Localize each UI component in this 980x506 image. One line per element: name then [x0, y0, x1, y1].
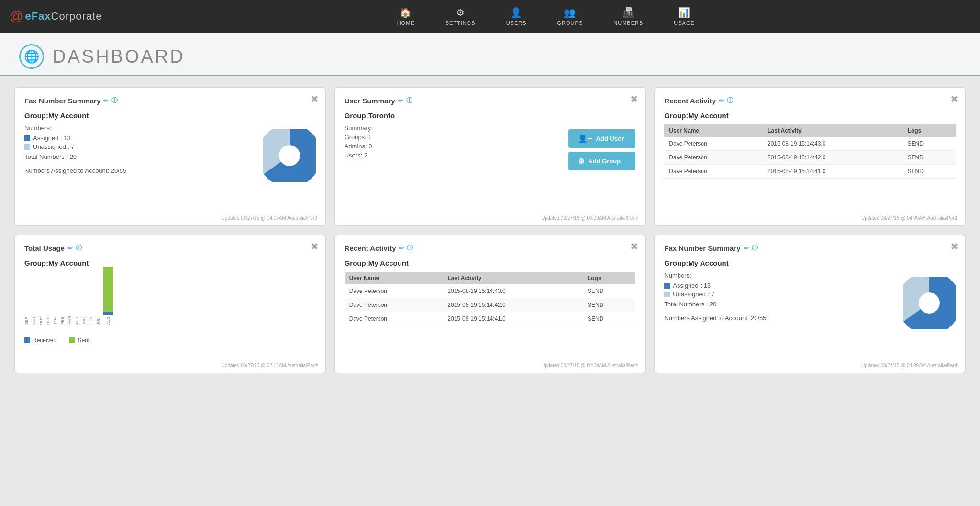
bar-group: MAR [67, 266, 72, 325]
bar-month-label: AUG [106, 316, 111, 325]
close-button-2[interactable]: ✖ [630, 93, 638, 105]
edit-icon-2[interactable]: ✏ [398, 97, 403, 104]
user-info: Summary: Groups: 1 Admins: 0 Users: 2 [345, 124, 559, 161]
nav-usage[interactable]: 📊 USAGE [658, 3, 710, 30]
table-row: Dave Peterson2015-08-19 15:14:42.0SEND [345, 298, 636, 312]
fax-summary-1-title: Fax Number Summary ✏ ⓘ [24, 96, 316, 105]
nav-users[interactable]: 👤 USERS [491, 3, 542, 30]
activity-cell: 2015-08-19 15:14:42.0 [443, 298, 583, 312]
info-icon-6[interactable]: ⓘ [752, 244, 758, 252]
col-user-2: User Name [345, 272, 443, 284]
activity-cell: 2015-08-19 15:14:42.0 [763, 151, 903, 165]
info-icon-1[interactable]: ⓘ [111, 96, 118, 105]
info-icon-2[interactable]: ⓘ [406, 96, 412, 105]
unassigned-legend-2: Unassigned : 7 [664, 291, 898, 298]
activity-cell: 2015-08-19 15:14:41.0 [763, 165, 903, 179]
user-cell: Dave Peterson [664, 165, 763, 179]
nav-home-label: HOME [397, 20, 415, 26]
usage-icon: 📊 [678, 7, 690, 18]
dashboard-grid: Fax Number Summary ✏ ⓘ ✖ Group:My Accoun… [0, 76, 980, 385]
received-legend: Received: [24, 337, 58, 344]
sent-bar [103, 267, 113, 312]
close-button-6[interactable]: ✖ [950, 241, 958, 252]
logs-cell: SEND [903, 151, 956, 165]
fax-summary-2-title: Fax Number Summary ✏ ⓘ [664, 244, 956, 252]
info-icon-5[interactable]: ⓘ [407, 244, 413, 252]
pie-chart-2 [903, 277, 956, 329]
col-activity-2: Last Activity [443, 272, 583, 284]
recent-activity-1-title: Recent Activity ✏ ⓘ [664, 96, 956, 105]
user-summary-updated: Updated:08/27/15 @ 04:09AM Australia/Per… [541, 215, 638, 221]
bar-month-label: NOV [39, 316, 43, 325]
nav-settings-label: SETTINGS [445, 20, 476, 26]
edit-icon-3[interactable]: ✏ [719, 97, 724, 104]
recent-activity-2-table-container[interactable]: User Name Last Activity Logs Dave Peters… [345, 272, 636, 326]
info-icon-4[interactable]: ⓘ [76, 244, 82, 252]
close-button-4[interactable]: ✖ [311, 241, 319, 252]
nav-numbers[interactable]: 📠 NUMBERS [598, 3, 658, 30]
table-row: Dave Peterson2015-08-19 15:14:43.0SEND [345, 284, 636, 298]
groups-info: Groups: 1 [345, 134, 559, 141]
bar-group: JAN [53, 268, 57, 325]
fax-summary-1-content: Numbers: Assigned : 13 Unassigned : 7 To… [24, 124, 316, 182]
nav-groups[interactable]: 👥 GROUPS [542, 3, 599, 30]
recent-activity-2-group: Group:My Account [345, 259, 636, 267]
assigned-dot-1 [24, 135, 30, 141]
nav-settings[interactable]: ⚙ SETTINGS [430, 3, 491, 30]
recent-activity-card-2: Recent Activity ✏ ⓘ ✖ Group:My Account U… [334, 235, 646, 373]
fax-summary-2-content: Numbers: Assigned : 13 Unassigned : 7 To… [664, 272, 956, 329]
total-numbers-1: Total Numbers : 20 [24, 153, 258, 160]
close-button-5[interactable]: ✖ [630, 241, 638, 252]
edit-icon-1[interactable]: ✏ [103, 97, 109, 104]
fax-numbers-label-2: Numbers: [664, 272, 898, 279]
col-logs-1: Logs [903, 124, 956, 137]
nav-users-label: USERS [506, 20, 527, 26]
close-button-1[interactable]: ✖ [311, 93, 319, 105]
add-group-button[interactable]: ⊕ Add Group [568, 152, 635, 170]
user-summary-title: User Summary ✏ ⓘ [345, 96, 636, 105]
total-usage-card: Total Usage ✏ ⓘ ✖ Group:My Account SEPOC… [14, 235, 326, 373]
dashboard-globe-icon: 🌐 [19, 44, 44, 69]
logo-text: eFaxCorporate [25, 10, 102, 22]
edit-icon-6[interactable]: ✏ [744, 245, 749, 252]
bar-month-label: DEC [46, 316, 50, 325]
received-bar [103, 312, 113, 315]
bar-group: AUG [103, 267, 113, 325]
logs-cell: SEND [583, 312, 635, 326]
fax-summary-1-updated: Updated:08/27/15 @ 04:09AM Australia/Per… [222, 215, 319, 221]
recent-activity-2-updated: Updated:08/27/15 @ 04:09AM Australia/Per… [541, 363, 638, 368]
bar-group: OCT [32, 267, 36, 325]
logs-cell: SEND [903, 137, 956, 151]
add-user-button[interactable]: 👤+ Add User [568, 129, 635, 148]
numbers-assigned-account-2: Numbers Assigned to Account: 20/55 [664, 315, 898, 322]
page-title: DASHBOARD [53, 46, 185, 67]
total-usage-title: Total Usage ✏ ⓘ [24, 244, 316, 252]
recent-activity-1-table: User Name Last Activity Logs Dave Peters… [664, 124, 956, 179]
usage-legend: Received: Sent: [24, 337, 316, 344]
bar-month-label: MAR [67, 316, 72, 325]
assigned-legend-1: Assigned : 13 [24, 135, 258, 142]
main-nav: @ eFaxCorporate 🏠 HOME ⚙ SETTINGS 👤 USER… [0, 0, 980, 33]
assigned-legend-2: Assigned : 13 [664, 282, 898, 289]
bar-month-label: APR [75, 317, 79, 325]
bar-month-label: JUL [96, 318, 100, 325]
bar-month-label: FEB [60, 317, 65, 325]
add-group-icon: ⊕ [578, 157, 584, 166]
col-logs-2: Logs [583, 272, 635, 284]
recent-activity-1-table-container[interactable]: User Name Last Activity Logs Dave Peters… [664, 124, 956, 179]
bar-group: APR [75, 267, 79, 325]
edit-icon-5[interactable]: ✏ [399, 245, 404, 252]
svg-point-5 [920, 293, 939, 313]
groups-icon: 👥 [564, 7, 576, 18]
summary-label: Summary: [345, 124, 559, 132]
svg-point-2 [280, 146, 299, 165]
recent-activity-2-table: User Name Last Activity Logs Dave Peters… [345, 272, 636, 326]
dashboard-header: 🌐 DASHBOARD [0, 33, 980, 76]
edit-icon-4[interactable]: ✏ [67, 245, 73, 252]
info-icon-3[interactable]: ⓘ [727, 96, 733, 105]
total-numbers-2: Total Numbers : 20 [664, 301, 898, 308]
nav-home[interactable]: 🏠 HOME [382, 3, 430, 30]
bar-group: FEB [60, 267, 65, 325]
settings-icon: ⚙ [456, 7, 465, 18]
close-button-3[interactable]: ✖ [950, 93, 958, 105]
